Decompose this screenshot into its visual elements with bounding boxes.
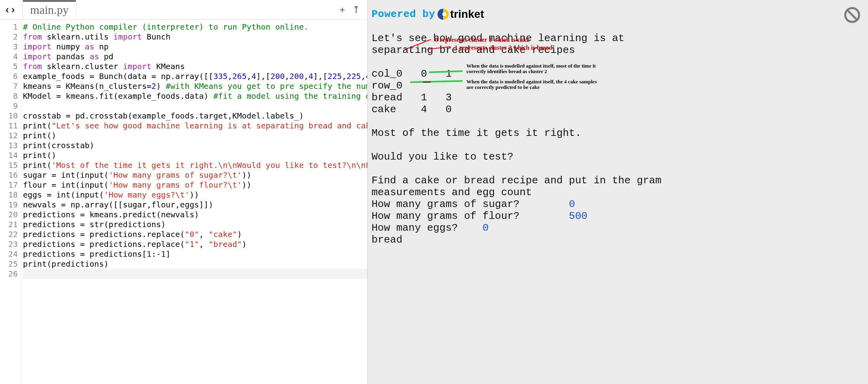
code-line[interactable]: predictions = str(predictions) (23, 220, 367, 230)
anno-red-1: 0 represents cluster 1 which is cake (435, 36, 529, 43)
code-line[interactable]: print() (23, 131, 367, 141)
code-line[interactable] (23, 269, 367, 279)
code-line[interactable]: from sklearn.utils import Bunch (23, 32, 367, 42)
out-result: bread (372, 234, 402, 246)
input-flour: 500 (569, 210, 587, 222)
table-row: row_0 (372, 80, 402, 92)
code-line[interactable]: # Online Python compiler (interpreter) t… (23, 22, 367, 32)
nav-arrows: ‹ › (0, 4, 20, 16)
code-line[interactable]: crosstab = pd.crosstab(example_foods.tar… (23, 111, 367, 121)
tab-actions: + ⤒ (340, 4, 367, 15)
line-number: 11 (2, 121, 18, 131)
code-line[interactable]: flour = int(input('How many grams of flo… (23, 180, 367, 190)
line-number: 16 (2, 170, 18, 180)
line-gutter: 1234567891011121314151617181920212223242… (0, 20, 21, 384)
line-number: 24 (2, 249, 18, 259)
table-row: bread 1 3 (372, 92, 452, 104)
line-number: 21 (2, 220, 18, 230)
code-line[interactable]: import pandas as pd (23, 52, 367, 62)
upload-icon[interactable]: ⤒ (352, 4, 360, 15)
line-number: 7 (2, 81, 18, 91)
line-number: 23 (2, 239, 18, 249)
out-line: measurements and egg count (372, 186, 532, 198)
input-sugar: 0 (569, 198, 575, 210)
code-line[interactable]: predictions = predictions.replace("0", "… (23, 230, 367, 239)
trinket-logo[interactable]: trinket (438, 8, 484, 21)
line-number: 1 (2, 22, 18, 32)
add-tab-icon[interactable]: + (340, 4, 345, 15)
line-number: 26 (2, 269, 18, 279)
anno-black-1: When the data is modelled against itself… (466, 63, 601, 74)
code-line[interactable]: predictions = predictions[1:-1] (23, 249, 367, 259)
line-number: 8 (2, 91, 18, 101)
code-area[interactable]: # Online Python compiler (interpreter) t… (21, 20, 367, 384)
code-line[interactable]: print('Most of the time it gets it right… (23, 160, 367, 170)
code-line[interactable]: print(crosstab) (23, 141, 367, 151)
table-row: cake 4 0 (372, 104, 452, 115)
editor-pane: ‹ › main.py + ⤒ 123456789101112131415161… (0, 0, 368, 384)
line-number: 12 (2, 131, 18, 141)
tab-bar: ‹ › main.py + ⤒ (0, 0, 367, 20)
line-number: 14 (2, 151, 18, 160)
powered-by: Powered by trinket (372, 8, 864, 21)
prompt-eggs: How many eggs? (372, 222, 483, 234)
logo-text: trinket (450, 8, 484, 21)
line-number: 25 (2, 259, 18, 269)
out-line: Most of the time it gets it right. (372, 127, 581, 139)
anno-black-2: When the data is modelled against itself… (466, 79, 601, 90)
line-number: 13 (2, 141, 18, 151)
line-number: 20 (2, 210, 18, 220)
out-line: Would you like to test? (372, 151, 513, 163)
table-header: col_0 0 1 (372, 68, 452, 80)
logo-icon (438, 9, 449, 20)
code-line[interactable]: example_foods = Bunch(data = np.array([[… (23, 72, 367, 81)
code-editor[interactable]: 1234567891011121314151617181920212223242… (0, 20, 367, 384)
powered-text: Powered by (372, 8, 435, 20)
code-line[interactable]: print() (23, 151, 367, 160)
code-line[interactable]: predictions = kmeans.predict(newvals) (23, 210, 367, 220)
input-eggs: 0 (483, 222, 489, 234)
anno-red-2: 1 represents cluster 2 which is bread (455, 44, 553, 51)
code-line[interactable]: from sklearn.cluster import KMeans (23, 62, 367, 72)
line-number: 17 (2, 180, 18, 190)
tab-main-py[interactable]: main.py (23, 1, 76, 18)
line-number: 18 (2, 190, 18, 200)
prompt-flour: How many grams of flour? (372, 210, 569, 222)
code-line[interactable]: KModel = kmeans.fit(example_foods.data) … (23, 91, 367, 101)
line-number: 3 (2, 42, 18, 52)
code-line[interactable]: kmeans = KMeans(n_clusters=2) #with KMea… (23, 81, 367, 91)
console-output: Let's see how good machine learning is a… (372, 21, 864, 246)
prompt-sugar: How many grams of sugar? (372, 198, 569, 210)
line-number: 22 (2, 230, 18, 239)
code-line[interactable]: print(predictions) (23, 259, 367, 269)
line-number: 19 (2, 200, 18, 210)
code-line[interactable]: predictions = predictions.replace("1", "… (23, 239, 367, 249)
out-line: Find a cake or bread recipe and put in t… (372, 175, 661, 186)
code-line[interactable]: import numpy as np (23, 42, 367, 52)
line-number: 15 (2, 160, 18, 170)
line-number: 5 (2, 62, 18, 72)
line-number: 4 (2, 52, 18, 62)
nav-back-icon[interactable]: ‹ (6, 4, 9, 16)
code-line[interactable]: newvals = np.array([[sugar,flour,eggs]]) (23, 200, 367, 210)
nav-forward-icon[interactable]: › (11, 4, 15, 16)
line-number: 2 (2, 32, 18, 42)
line-number: 6 (2, 72, 18, 81)
code-line[interactable]: eggs = int(input('How many eggs?\t')) (23, 190, 367, 200)
code-line[interactable] (23, 101, 367, 111)
app-root: ‹ › main.py + ⤒ 123456789101112131415161… (0, 0, 868, 384)
line-number: 9 (2, 101, 18, 111)
line-number: 10 (2, 111, 18, 121)
code-line[interactable]: sugar = int(input('How many grams of sug… (23, 170, 367, 180)
code-line[interactable]: print("Let's see how good machine learni… (23, 121, 367, 131)
output-pane: Powered by trinket Let's see how good ma… (368, 0, 868, 384)
